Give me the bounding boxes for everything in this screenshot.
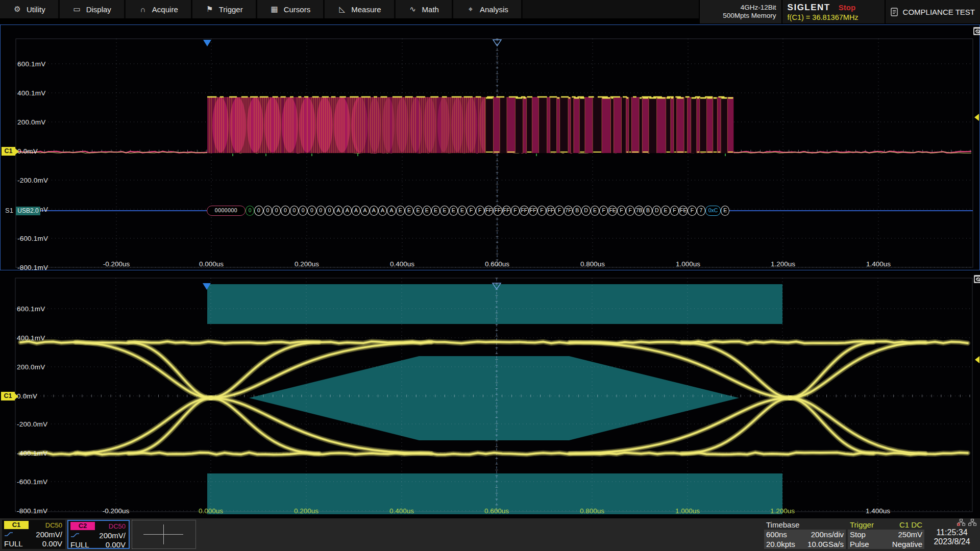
menu-item-label: Measure xyxy=(351,5,381,14)
time-label: 0.200us xyxy=(295,260,319,268)
decode-value: 0 xyxy=(307,206,316,216)
decode-value: 7B xyxy=(634,206,643,216)
timebase-scale: 200ns/div xyxy=(811,530,844,539)
measure-icon: ◺ xyxy=(337,5,347,14)
time-label: 1.000us xyxy=(675,507,700,515)
decode-value: 0 xyxy=(254,206,263,216)
lan-icon[interactable] xyxy=(968,519,976,526)
menu-item-analysis[interactable]: ⌖Analysis xyxy=(453,0,523,18)
menu-item-acquire[interactable]: ∩Acquire xyxy=(126,0,192,18)
top-grid[interactable]: 600.1mV400.1mV200.0mV0.0mV-200.0mV-400.1… xyxy=(0,24,980,270)
compliance-test-label: COMPLIANCE TEST xyxy=(903,8,975,16)
display-icon: ▭ xyxy=(72,5,82,14)
decode-value: F xyxy=(626,206,634,216)
menu-item-cursors[interactable]: ▦Cursors xyxy=(257,0,325,18)
clock-box: 11:25:34 2023/8/24 xyxy=(926,519,977,548)
compliance-test-button[interactable]: COMPLIANCE TEST xyxy=(885,0,980,23)
decode-value: B xyxy=(644,206,652,216)
bottom-grid[interactable]: 600.1mV400.1mV200.0mV0.0mV-200.0mV-400.1… xyxy=(0,272,980,518)
brand-status-block: SIGLENT Stop f(C1) = 36.81367MHz xyxy=(781,0,885,23)
status-bar: C1 DC50 200mV/ FULL 0.00V C2 DC50 xyxy=(0,518,980,551)
menu-item-label: Utility xyxy=(27,5,45,14)
add-channel-box[interactable] xyxy=(132,520,196,549)
decode-value: E xyxy=(440,206,449,216)
decode-value: F xyxy=(511,206,520,216)
menu-item-label: Analysis xyxy=(480,5,508,14)
decode-value: D xyxy=(652,206,661,216)
decode-value: F xyxy=(688,206,696,216)
time-label: 0.400us xyxy=(390,260,414,268)
decode-value: A xyxy=(387,206,396,216)
time-label: -0.200us xyxy=(103,507,130,515)
oscilloscope-screen: ⚙Utility▭Display∩Acquire⚑Trigger▦Cursors… xyxy=(0,0,980,551)
channel1-tag: C1 xyxy=(4,521,29,529)
menu-item-label: Math xyxy=(422,5,439,14)
decode-value: B xyxy=(573,206,581,216)
menu-item-math[interactable]: ∿Math xyxy=(396,0,453,18)
timebase-delay: 600ns xyxy=(766,530,787,539)
waveform-snapshot-icon[interactable] xyxy=(974,275,980,283)
decode-value: FF xyxy=(493,206,502,216)
channel2-box[interactable]: C2 DC50 200mV/ FULL 0.00V xyxy=(67,520,130,549)
usb2-decode-chip[interactable]: USB2.0 xyxy=(16,207,40,215)
timebase-box[interactable]: Timebase 600ns 200ns/div 20.0kpts 10.0GS… xyxy=(764,520,846,549)
menu-item-label: Trigger xyxy=(219,5,243,14)
timebase-title: Timebase xyxy=(766,520,799,529)
decode-value: 0 xyxy=(299,206,307,216)
channel1-bandwidth: FULL xyxy=(4,539,23,548)
menu-item-measure[interactable]: ◺Measure xyxy=(325,0,395,18)
rising-slope-icon xyxy=(4,532,13,537)
menu-item-trigger[interactable]: ⚑Trigger xyxy=(192,0,257,18)
menu-bar: ⚙Utility▭Display∩Acquire⚑Trigger▦Cursors… xyxy=(0,0,980,23)
rising-slope-icon xyxy=(70,533,80,538)
decode-value: D xyxy=(581,206,590,216)
trigger-box[interactable]: Trigger C1 DC Stop 250mV Pulse Negative xyxy=(848,520,924,549)
decode-value: A xyxy=(360,206,369,216)
voltage-label: 400.1mV xyxy=(17,89,45,97)
decode-value: E xyxy=(661,206,670,216)
menu-items: ⚙Utility▭Display∩Acquire⚑Trigger▦Cursors… xyxy=(0,0,523,18)
trigger-level-arrow-eye[interactable] xyxy=(975,356,979,363)
time-label: 1.400us xyxy=(866,260,891,268)
channel1-box[interactable]: C1 DC50 200mV/ FULL 0.00V xyxy=(2,520,65,549)
decode-value: FE xyxy=(608,206,617,216)
voltage-label: 600.1mV xyxy=(17,305,45,313)
decode-value: E xyxy=(431,206,440,216)
time-label: 1.200us xyxy=(770,507,795,515)
trigger-level-arrow[interactable] xyxy=(974,114,979,121)
bus-s1-label: S1 xyxy=(5,207,13,214)
voltage-label: -200.0mV xyxy=(17,420,47,428)
decode-value: FF xyxy=(484,206,493,216)
decode-value: 0 xyxy=(316,206,325,216)
channel1-offset-marker[interactable]: C1 xyxy=(2,147,15,156)
flag-icon: ⚑ xyxy=(205,5,214,14)
trigger-title: Trigger xyxy=(850,520,874,529)
channel1-offset: 0.00V xyxy=(42,539,62,548)
acquisition-status[interactable]: Stop xyxy=(839,3,855,12)
decode-value: FF xyxy=(502,206,511,216)
time-label: 1.400us xyxy=(866,507,890,515)
decode-value: FE xyxy=(679,206,688,216)
timebase-samplerate: 10.0GSa/s xyxy=(807,540,844,548)
decode-value: E xyxy=(449,206,458,216)
decode-value: A xyxy=(334,206,342,216)
waveform-snapshot-icon[interactable] xyxy=(973,27,980,35)
decode-value: F xyxy=(476,206,484,216)
channel1-offset-marker-eye[interactable]: C1 xyxy=(1,392,15,400)
trigger-level: 250mV xyxy=(898,530,922,539)
decode-value: F xyxy=(617,206,626,216)
eye-diagram-plot xyxy=(0,272,980,518)
gear-icon: ⚙ xyxy=(13,5,22,14)
menu-item-utility[interactable]: ⚙Utility xyxy=(0,0,60,18)
decode-value: 0 xyxy=(263,206,272,216)
voltage-label: 200.0mV xyxy=(17,363,45,371)
decode-value: 0 xyxy=(290,206,299,216)
time-label: 1.200us xyxy=(771,260,795,268)
decode-value: 0 xyxy=(272,206,281,216)
clock-date: 2023/8/24 xyxy=(926,537,977,546)
lan-disconnected-icon[interactable] xyxy=(957,519,965,526)
menu-item-display[interactable]: ▭Display xyxy=(60,0,126,18)
menu-item-label: Cursors xyxy=(284,5,311,14)
decode-value: FF xyxy=(520,206,528,216)
trigger-type: Pulse xyxy=(850,540,869,548)
